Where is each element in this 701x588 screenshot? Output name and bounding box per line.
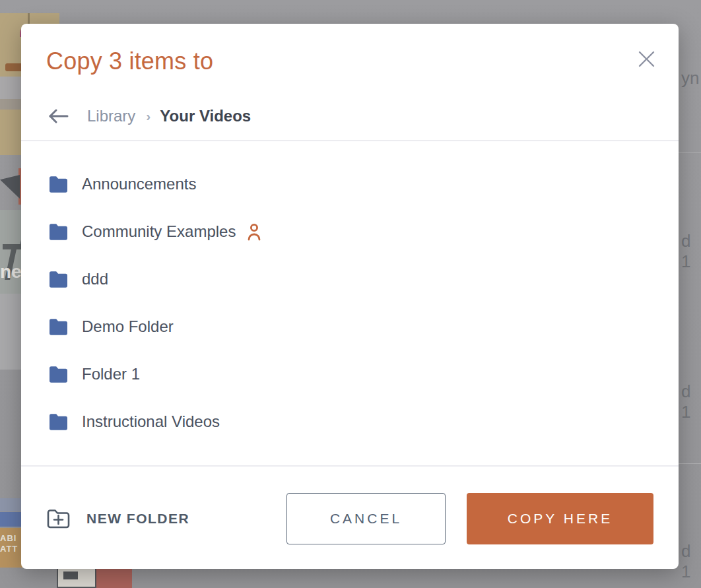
folder-row[interactable]: ddd bbox=[21, 255, 679, 303]
copy-here-label: COPY HERE bbox=[508, 511, 613, 527]
folder-name: Community Examples bbox=[82, 222, 236, 241]
folder-row[interactable]: Community Examples bbox=[21, 208, 679, 255]
folder-icon bbox=[48, 366, 69, 383]
folder-row[interactable]: Announcements bbox=[21, 160, 679, 208]
folder-icon bbox=[48, 176, 69, 193]
cancel-button[interactable]: CANCEL bbox=[286, 493, 446, 544]
bg-card-edge bbox=[679, 152, 701, 153]
folder-name: Instructional Videos bbox=[82, 412, 220, 431]
new-folder-label: NEW FOLDER bbox=[86, 511, 189, 527]
close-icon bbox=[638, 50, 655, 68]
chevron-right-icon: › bbox=[146, 108, 150, 124]
folder-icon bbox=[48, 223, 69, 241]
folder-name: Demo Folder bbox=[82, 317, 174, 336]
bg-text-fragment: d 1 bbox=[681, 231, 701, 272]
folder-name: Folder 1 bbox=[82, 365, 140, 383]
folder-name: ddd bbox=[82, 270, 108, 288]
bg-text-fragment: ABI bbox=[0, 533, 18, 544]
bg-thumbnail-piano bbox=[57, 566, 96, 588]
shared-user-icon bbox=[247, 222, 261, 241]
copy-items-dialog: Copy 3 items to Library › Your Videos An… bbox=[21, 24, 679, 569]
folder-plus-icon bbox=[46, 508, 71, 529]
breadcrumb-current: Your Videos bbox=[160, 107, 251, 125]
bg-card-edge bbox=[679, 463, 701, 464]
bg-text-fragment: d 1 bbox=[681, 381, 701, 422]
folder-icon bbox=[48, 271, 69, 288]
breadcrumb-parent[interactable]: Library bbox=[87, 107, 135, 125]
folder-row[interactable]: Demo Folder bbox=[21, 303, 679, 350]
bg-text-fragment: ne bbox=[0, 261, 22, 282]
dialog-title: Copy 3 items to bbox=[46, 48, 213, 75]
bg-text-fragment: d 1 bbox=[681, 541, 701, 582]
breadcrumb: Library › Your Videos bbox=[48, 104, 251, 128]
back-button[interactable] bbox=[48, 108, 70, 124]
folder-row[interactable]: Instructional Videos bbox=[21, 398, 679, 445]
cancel-label: CANCEL bbox=[330, 511, 402, 527]
arrow-left-icon bbox=[48, 108, 69, 124]
folder-icon bbox=[48, 318, 69, 336]
footer-divider bbox=[21, 465, 679, 467]
bg-thumbnail-rust bbox=[96, 569, 132, 588]
bg-shape-triangle bbox=[0, 175, 20, 199]
folder-row[interactable]: Folder 1 bbox=[21, 350, 679, 398]
bg-text-fragment: ATT bbox=[0, 544, 18, 554]
bg-text-fragment: yn bbox=[681, 68, 699, 88]
close-button[interactable] bbox=[634, 46, 659, 71]
copy-here-button[interactable]: COPY HERE bbox=[467, 493, 653, 544]
new-folder-button[interactable]: NEW FOLDER bbox=[46, 502, 189, 535]
folder-icon bbox=[48, 413, 69, 431]
folder-list: Announcements Community Examples ddd bbox=[21, 141, 679, 445]
folder-name: Announcements bbox=[82, 175, 196, 193]
